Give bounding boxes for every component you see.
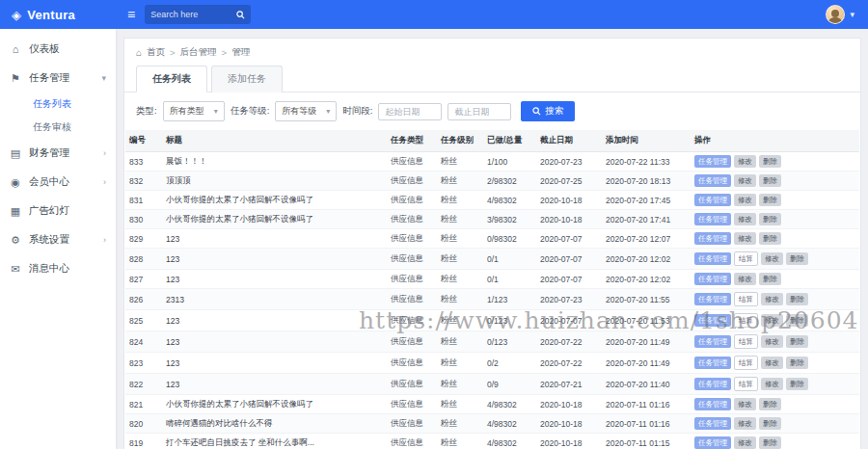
chevron-down-icon[interactable]: ▾ (850, 10, 854, 19)
sidebar-item-label: 仪表板 (29, 42, 60, 56)
action-delete-button[interactable]: 删除 (759, 194, 781, 206)
start-date-input[interactable] (378, 103, 442, 120)
sidebar-subitem-task-list[interactable]: 任务列表 (0, 92, 116, 116)
cell-type: 供应信息 (387, 229, 437, 249)
sidebar-subitem-task-review[interactable]: 任务审核 (0, 116, 116, 139)
sidebar-item-message[interactable]: ✉消息中心 (0, 254, 116, 283)
action-manage-button[interactable]: 任务管理 (694, 436, 731, 449)
action-delete-button[interactable]: 删除 (759, 417, 781, 430)
breadcrumb-home[interactable]: 首页 (147, 46, 165, 59)
action-edit-button[interactable]: 修改 (734, 155, 756, 168)
action-delete-button[interactable]: 删除 (759, 436, 781, 449)
action-edit-button[interactable]: 修改 (734, 232, 756, 245)
action-edit-button[interactable]: 修改 (734, 213, 756, 225)
search-icon[interactable] (236, 11, 245, 19)
cell-title: 小伙哥你提的太累了小猪回解不设像吗了 (162, 191, 387, 210)
action-settle-button[interactable]: 结算 (734, 334, 758, 349)
cell-id: 829 (125, 229, 162, 249)
action-manage-button[interactable]: 任务管理 (694, 335, 731, 348)
filter-search-button[interactable]: 搜索 (521, 101, 575, 121)
cell-actions: 任务管理结算修改删除 (691, 331, 859, 353)
cell-added: 2020-07-20 11:49 (602, 353, 691, 374)
action-manage-button[interactable]: 任务管理 (694, 273, 731, 285)
avatar[interactable] (826, 5, 845, 24)
cell-type: 供应信息 (387, 374, 437, 395)
action-edit-button[interactable]: 修改 (761, 314, 783, 327)
action-manage-button[interactable]: 任务管理 (694, 155, 731, 168)
action-manage-button[interactable]: 任务管理 (694, 232, 731, 245)
cell-id: 832 (125, 172, 162, 191)
settings-icon: ⚙ (10, 234, 21, 247)
action-delete-button[interactable]: 删除 (786, 252, 808, 265)
action-settle-button[interactable]: 结算 (734, 251, 758, 266)
cell-level: 粉丝 (437, 353, 483, 374)
sidebar-item-dashboard[interactable]: ⌂仪表板 (0, 35, 116, 64)
action-manage-button[interactable]: 任务管理 (694, 293, 731, 305)
cell-progress: 4/98302 (483, 191, 536, 210)
cell-level: 粉丝 (437, 229, 483, 249)
action-delete-button[interactable]: 删除 (786, 357, 808, 369)
tab-add-task[interactable]: 添加任务 (211, 66, 283, 92)
level-filter-select[interactable]: 所有等级 ▾ (275, 101, 337, 121)
action-manage-button[interactable]: 任务管理 (694, 252, 731, 265)
action-edit-button[interactable]: 修改 (734, 436, 756, 449)
menu-toggle-icon[interactable]: ≡ (127, 7, 135, 22)
action-manage-button[interactable]: 任务管理 (694, 194, 731, 206)
breadcrumb-admin[interactable]: 后台管理 (180, 46, 217, 59)
action-manage-button[interactable]: 任务管理 (694, 357, 731, 369)
sidebar-item-ads[interactable]: ▦广告幻灯 (0, 197, 116, 225)
cell-added: 2020-07-22 11:33 (602, 152, 691, 172)
action-settle-button[interactable]: 结算 (734, 292, 758, 306)
end-date-input[interactable] (448, 103, 511, 120)
table-row: 821小伙哥你提的太累了小猪回解不设像吗了供应信息粉丝4/983022020-1… (125, 395, 859, 414)
action-settle-button[interactable]: 结算 (734, 313, 758, 328)
cell-actions: 任务管理修改删除 (691, 270, 859, 289)
action-edit-button[interactable]: 修改 (734, 194, 756, 206)
action-delete-button[interactable]: 删除 (786, 293, 808, 305)
action-delete-button[interactable]: 删除 (759, 398, 781, 410)
action-settle-button[interactable]: 结算 (734, 356, 758, 370)
cell-type: 供应信息 (387, 210, 437, 229)
action-manage-button[interactable]: 任务管理 (694, 417, 731, 430)
action-edit-button[interactable]: 修改 (734, 398, 756, 410)
action-edit-button[interactable]: 修改 (761, 335, 783, 348)
column-header: 任务类型 (387, 130, 437, 152)
action-manage-button[interactable]: 任务管理 (694, 174, 731, 187)
action-delete-button[interactable]: 删除 (759, 174, 781, 187)
column-header: 添加时间 (602, 130, 691, 152)
cell-deadline: 2020-07-07 (536, 229, 602, 249)
action-manage-button[interactable]: 任务管理 (694, 378, 731, 390)
cell-actions: 任务管理修改删除 (691, 229, 859, 249)
filter-search-label: 搜索 (545, 105, 563, 118)
action-delete-button[interactable]: 删除 (786, 314, 808, 327)
action-edit-button[interactable]: 修改 (734, 174, 756, 187)
action-delete-button[interactable]: 删除 (759, 273, 781, 285)
action-delete-button[interactable]: 删除 (786, 335, 808, 348)
action-settle-button[interactable]: 结算 (734, 377, 758, 391)
sidebar-item-task-manage[interactable]: ⚑任务管理▾ (0, 64, 116, 92)
sidebar-item-settings[interactable]: ⚙系统设置› (0, 225, 116, 254)
sidebar-item-label: 财务管理 (29, 146, 69, 160)
action-delete-button[interactable]: 删除 (759, 155, 781, 168)
cell-actions: 任务管理结算修改删除 (691, 310, 859, 331)
sidebar-item-finance[interactable]: ▤财务管理› (0, 139, 116, 168)
action-manage-button[interactable]: 任务管理 (694, 314, 731, 327)
action-edit-button[interactable]: 修改 (761, 357, 783, 369)
action-manage-button[interactable]: 任务管理 (694, 213, 731, 225)
sidebar-item-member[interactable]: ◉会员中心› (0, 168, 116, 197)
cell-title: 123 (162, 270, 387, 289)
type-filter-select[interactable]: 所有类型 ▾ (163, 101, 225, 121)
action-edit-button[interactable]: 修改 (734, 417, 756, 430)
cell-id: 831 (125, 191, 162, 210)
tab-task-list[interactable]: 任务列表 (136, 66, 207, 92)
action-edit-button[interactable]: 修改 (761, 252, 783, 265)
action-manage-button[interactable]: 任务管理 (694, 398, 731, 410)
action-edit-button[interactable]: 修改 (761, 293, 783, 305)
cell-level: 粉丝 (437, 152, 483, 172)
action-delete-button[interactable]: 删除 (759, 213, 781, 225)
action-edit-button[interactable]: 修改 (761, 378, 783, 390)
action-delete-button[interactable]: 删除 (786, 378, 808, 390)
action-edit-button[interactable]: 修改 (734, 273, 756, 285)
search-input[interactable] (150, 10, 236, 19)
action-delete-button[interactable]: 删除 (759, 232, 781, 245)
